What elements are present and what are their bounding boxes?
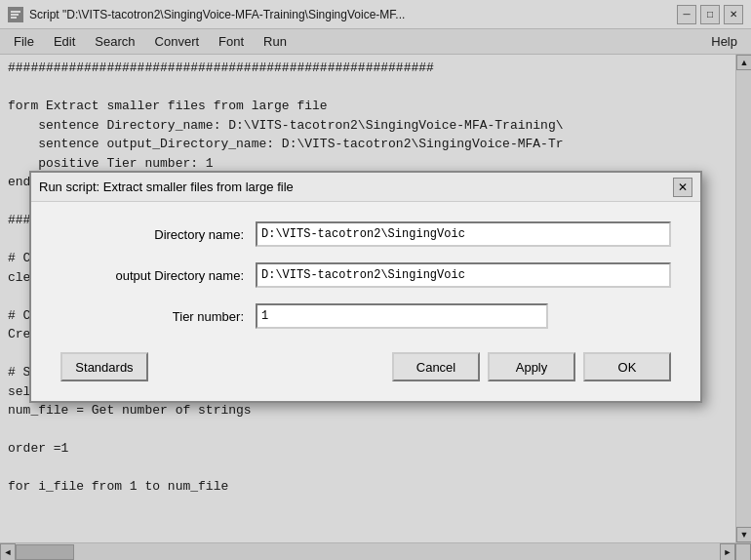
output-directory-row: output Directory name:	[60, 262, 671, 288]
directory-name-input[interactable]	[256, 221, 671, 247]
main-window: Script "D:\VITS-tacotron2\SingingVoice-M…	[0, 0, 751, 560]
dialog-close-button[interactable]: ✕	[673, 178, 692, 197]
tier-number-label: Tier number:	[60, 309, 256, 324]
standards-button[interactable]: Standards	[60, 352, 148, 381]
apply-button[interactable]: Apply	[488, 352, 575, 381]
directory-name-row: Directory name:	[60, 221, 671, 247]
output-directory-input[interactable]	[256, 262, 671, 288]
dialog-title: Run script: Extract smaller files from l…	[39, 180, 294, 194]
directory-name-label: Directory name:	[60, 227, 256, 242]
dialog-body: Directory name: output Directory name: T…	[31, 202, 700, 401]
ok-button[interactable]: OK	[583, 352, 671, 381]
tier-number-input[interactable]	[256, 303, 548, 329]
dialog-title-bar: Run script: Extract smaller files from l…	[31, 173, 700, 202]
cancel-button[interactable]: Cancel	[392, 352, 480, 381]
tier-number-row: Tier number:	[60, 303, 671, 329]
dialog-buttons: Standards Cancel Apply OK	[60, 344, 671, 385]
run-script-dialog: Run script: Extract smaller files from l…	[29, 171, 702, 403]
dialog-buttons-right: Cancel Apply OK	[392, 352, 671, 381]
output-directory-label: output Directory name:	[60, 268, 256, 283]
